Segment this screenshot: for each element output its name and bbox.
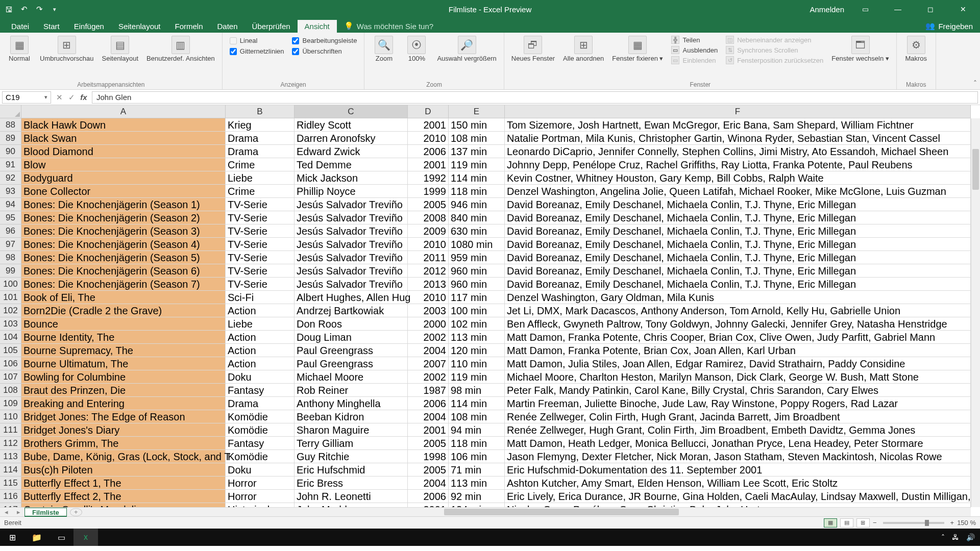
cell[interactable]: Jesús Salvador Treviño [295, 278, 408, 291]
cell[interactable]: Beeban Kidron [295, 410, 408, 423]
cell[interactable]: 960 min [449, 264, 505, 278]
cell[interactable]: TV-Serie [226, 198, 295, 211]
cell[interactable]: Nicolas Cage, Penélope Cruz, Christian B… [505, 503, 971, 507]
cell[interactable]: Komödie [226, 423, 295, 437]
cell[interactable]: 1992 [408, 171, 449, 185]
cell[interactable]: Doku [226, 463, 295, 477]
cell[interactable]: Mick Jackson [295, 171, 408, 185]
cell[interactable]: Michael Moore [295, 370, 408, 384]
cell[interactable]: Crime [226, 158, 295, 171]
app-icon[interactable]: ▭ [49, 529, 74, 546]
cell[interactable]: Horror [226, 477, 295, 490]
cell[interactable]: Sci-Fi [226, 291, 295, 304]
cell[interactable]: Captain Corelli's Mandolin [21, 503, 226, 507]
cell[interactable]: Bourne Supremacy, The [21, 344, 226, 357]
name-box-dropdown-icon[interactable]: ▾ [44, 94, 47, 101]
cell[interactable]: Blood Diamond [21, 145, 226, 158]
cell[interactable]: Jesús Salvador Treviño [295, 224, 408, 238]
cell[interactable]: Ridley Scott [295, 118, 408, 132]
excel-icon[interactable]: x [74, 529, 98, 546]
vertical-scrollbar[interactable] [971, 118, 980, 507]
cell[interactable]: Darren Aronofsky [295, 132, 408, 145]
cell[interactable]: 100 min [449, 304, 505, 317]
tab-daten[interactable]: Daten [210, 20, 245, 33]
cell[interactable]: 119 min [449, 158, 505, 171]
cancel-formula-icon[interactable]: ✕ [53, 91, 65, 104]
cell[interactable]: 114 min [449, 171, 505, 185]
cell[interactable]: Eric Lively, Erica Durance, JR Bourne, G… [505, 490, 971, 503]
cell[interactable]: Anthony Minghella [295, 397, 408, 410]
row-header[interactable]: 96 [0, 224, 21, 238]
cell[interactable]: 2010 [408, 238, 449, 251]
cell[interactable]: David Boreanaz, Emily Deschanel, Michael… [505, 211, 971, 224]
cell[interactable]: Matt Damon, Heath Ledger, Monica Bellucc… [505, 437, 971, 450]
new-window-button[interactable]: 🗗Neues Fenster [508, 35, 558, 63]
cell[interactable]: 2006 [408, 145, 449, 158]
cell[interactable]: Eric Hufschmid-Dokumentation des 11. Sep… [505, 463, 971, 477]
grid[interactable]: Black Hawk DownKriegRidley Scott2001150 … [21, 118, 971, 507]
row-header[interactable]: 100 [0, 278, 21, 291]
tab-formeln[interactable]: Formeln [168, 20, 210, 33]
share-button[interactable]: 👥Freigeben [918, 19, 980, 33]
cell[interactable]: Bones: Die Knochenjägerin (Season 1) [21, 198, 226, 211]
cell[interactable]: Braut des Prinzen, Die [21, 384, 226, 397]
cell[interactable]: Fantasy [226, 384, 295, 397]
row-header[interactable]: 101 [0, 291, 21, 304]
row-header[interactable]: 108 [0, 384, 21, 397]
cell[interactable]: Jesús Salvador Treviño [295, 198, 408, 211]
switch-windows-button[interactable]: 🗔Fenster wechseln ▾ [828, 35, 892, 63]
cell[interactable]: 2009 [408, 224, 449, 238]
hscroll-thumb[interactable] [444, 509, 679, 515]
cell[interactable]: Sharon Maguire [295, 423, 408, 437]
enter-formula-icon[interactable]: ✓ [65, 91, 78, 104]
row-header[interactable]: 89 [0, 132, 21, 145]
cell[interactable]: Bus(c)h Piloten [21, 463, 226, 477]
qat-dropdown-icon[interactable]: ▾ [49, 4, 60, 15]
row-header[interactable]: 104 [0, 331, 21, 344]
horizontal-scrollbar[interactable] [439, 507, 971, 516]
row-header[interactable]: 99 [0, 264, 21, 278]
sign-in-link[interactable]: Anmelden [810, 5, 844, 14]
save-icon[interactable]: 🖫 [3, 4, 14, 15]
cell[interactable]: 630 min [449, 224, 505, 238]
cell[interactable]: Matt Damon, Franka Potente, Brian Cox, J… [505, 344, 971, 357]
cell[interactable]: 108 min [449, 132, 505, 145]
redo-icon[interactable]: ↷ [34, 4, 45, 15]
macros-button[interactable]: ⚙Makros [901, 35, 932, 63]
sheet-nav-prev-icon[interactable]: ◂ [0, 508, 12, 516]
cell[interactable]: Matt Damon, Julia Stiles, Joan Allen, Ed… [505, 357, 971, 370]
volume-icon[interactable]: 🔊 [966, 533, 975, 541]
cell[interactable]: Historical [226, 503, 295, 507]
cell[interactable]: 2006 [408, 397, 449, 410]
cell[interactable]: Jesús Salvador Treviño [295, 251, 408, 264]
cell[interactable]: Renée Zellweger, Colin Firth, Hugh Grant… [505, 410, 971, 423]
row-header[interactable]: 97 [0, 238, 21, 251]
headings-check[interactable]: Überschriften [292, 47, 357, 55]
vscroll-thumb[interactable] [972, 149, 979, 190]
cell[interactable]: 120 min [449, 344, 505, 357]
zoom-out-icon[interactable]: − [873, 519, 877, 527]
row-header[interactable]: 107 [0, 370, 21, 384]
cell[interactable]: 118 min [449, 185, 505, 198]
cell[interactable]: 2005 [408, 198, 449, 211]
cell[interactable]: Bridget Jones: The Edge of Reason [21, 410, 226, 423]
cell[interactable]: Bube, Dame, König, Gras (Lock, Stock, an… [21, 450, 226, 463]
zoom-handle[interactable] [925, 520, 929, 526]
zoom-level[interactable]: 150 % [957, 519, 976, 527]
start-menu-icon[interactable]: ⊞ [0, 529, 24, 546]
cell[interactable]: 2004 [408, 410, 449, 423]
cell[interactable]: Brothers Grimm, The [21, 437, 226, 450]
tab-datei[interactable]: Datei [4, 20, 36, 33]
cell[interactable]: TV-Serie [226, 224, 295, 238]
cell[interactable]: John R. Leonetti [295, 490, 408, 503]
sheet-tab-active[interactable]: Filmliste [24, 508, 67, 517]
cell[interactable]: 2013 [408, 278, 449, 291]
col-header-C[interactable]: C [295, 105, 408, 118]
file-explorer-icon[interactable]: 📁 [24, 529, 49, 546]
cell[interactable]: Bowling for Columbine [21, 370, 226, 384]
cell[interactable]: Action [226, 304, 295, 317]
row-header[interactable]: 106 [0, 357, 21, 370]
row-header[interactable]: 116 [0, 490, 21, 503]
cell[interactable]: Fantasy [226, 437, 295, 450]
cell[interactable]: 119 min [449, 370, 505, 384]
